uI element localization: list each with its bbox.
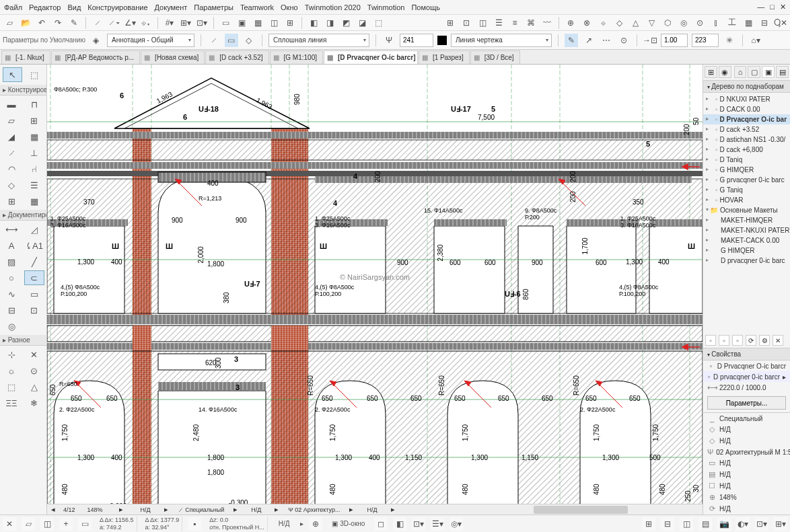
t12-icon[interactable]: ▽ [645,16,658,30]
window-close-icon[interactable]: ✕ [780,3,786,11]
pick-icon[interactable]: ✎ [67,16,81,30]
sb13-icon[interactable]: ⊟ [661,517,674,531]
menu-edit[interactable]: Редактор [29,3,61,11]
home-icon[interactable]: ⌂▾ [749,34,762,47]
star-icon[interactable]: ✳ [723,34,736,47]
linecat-dropdown[interactable]: Линия чертежа [451,34,552,47]
nav-icon-book[interactable]: ▣ [762,66,775,78]
menu-window[interactable]: Окно [281,3,298,11]
prop-row[interactable]: ◇Н/Д [703,435,790,447]
sb9-icon[interactable]: ⊡▾ [412,517,425,531]
t1-icon[interactable]: ⊞ [443,16,457,30]
drawing-tool[interactable]: ▭ [24,287,44,301]
nav-icon-pub[interactable]: ▤ [776,66,789,78]
t6-icon[interactable]: ⌘ [524,16,538,30]
tree-item[interactable]: ▫G prvacqner 0-ic barc [703,175,790,185]
tab-3d[interactable]: [3D / Все] [470,50,520,64]
prop-row[interactable]: ☐Н/Д [703,480,790,492]
act1-icon[interactable]: ▫ [705,335,716,346]
slab-tool[interactable]: ▱ [1,113,22,128]
tool-c-icon[interactable]: ◩ [339,16,353,30]
menu-design[interactable]: Конструирование [87,3,147,11]
tree-item-active[interactable]: ▫D Prvacqner O-ic bar [703,114,790,124]
nav-icon-view[interactable]: ▢ [748,66,760,78]
grid-tool[interactable]: ⊹ [1,347,22,362]
column-icon[interactable]: ⫿ [709,16,723,30]
curtain-tool[interactable]: ▦ [24,194,44,208]
act5-icon[interactable]: ⚙ [759,335,770,346]
tool-d-icon[interactable]: ◪ [355,16,369,30]
section-document[interactable]: Документиро [0,210,46,221]
tree-layout[interactable]: G HIMQER [703,245,790,256]
t20-icon[interactable]: Ⴓ✕ [774,16,787,30]
sb5-icon[interactable]: ▪ [188,517,201,531]
pen-color[interactable] [437,36,447,45]
prop-row[interactable]: ⟳Н/Д [703,503,790,515]
section-misc[interactable]: Разное [0,335,46,346]
prop-row[interactable]: ▤Н/Д [703,469,790,480]
sb15-icon[interactable]: ▤ [698,517,712,531]
tool-e-icon[interactable]: ⬚ [371,16,385,30]
nav-tab2-icon[interactable]: ◉ [719,66,731,78]
tree-item[interactable]: ▫D NKUXI PATER [703,94,790,104]
arrow-tool[interactable]: ↖ [3,67,22,82]
t11-icon[interactable]: △ [629,16,642,30]
sb14-icon[interactable]: ◫ [680,517,693,531]
guide-icon[interactable]: ⊞▾ [179,16,192,30]
tree-layout[interactable]: MAKET-HIMQER [703,215,790,225]
menu-help[interactable]: Помощь [411,3,440,11]
sb1-icon[interactable]: ▱ [22,517,35,531]
view1-icon[interactable]: ▭ [219,16,232,30]
door-tool[interactable]: ⊓ [24,97,44,112]
prop-row[interactable]: ⎯Специальный [703,413,790,424]
column-tool[interactable]: ⊥ [24,145,44,160]
object-tool[interactable]: ▦ [24,129,44,144]
marquee-tool[interactable]: ⬚ [25,67,44,82]
menu-options[interactable]: Параметры [194,3,234,11]
menu-document[interactable]: Документ [155,3,188,11]
spline-tool[interactable]: ∿ [1,287,22,301]
t9-icon[interactable]: ⟐ [596,16,610,30]
prop-row[interactable]: ◇Н/Д [703,424,790,435]
tree-item[interactable]: ▫D astichan NS1 -0.30/ [703,135,790,145]
dimension-tool[interactable]: ⟷ [1,222,22,237]
text-tool[interactable]: A [1,238,22,253]
roof-tool[interactable]: ◢ [1,129,22,144]
t3-icon[interactable]: ◫ [476,16,489,30]
beam-icon[interactable]: 工 [725,16,739,30]
nav-header[interactable]: Дерево по поднаборам [703,81,790,93]
circle-tool[interactable]: ○ [1,270,22,285]
draw1-icon[interactable]: ✎ [565,34,578,47]
layer-dropdown[interactable]: Аннотация - Общий [107,34,194,47]
menu-twinmotion2020[interactable]: Twinmotion 2020 [305,3,361,11]
nav-icon-home[interactable]: ⌂ [734,66,747,78]
change-tool[interactable]: △ [24,379,44,394]
prop-row[interactable]: ⊕148% [703,492,790,503]
label-tool[interactable]: ⤹A1 [24,238,44,253]
parameters-button[interactable]: Параметры... [707,396,786,410]
angle-icon[interactable]: ∠▾ [123,16,137,30]
arc-tool[interactable]: ⊂ [24,270,44,285]
act4-icon[interactable]: ⟳ [746,335,756,346]
tree-item[interactable]: ▫HOVAR [703,195,790,205]
chair-tool[interactable]: ⑁ [24,161,44,176]
section-design[interactable]: Конструиров... [0,85,46,96]
nav-tab1-icon[interactable]: ⊞ [705,66,717,78]
tree-item[interactable]: ▫D Taniq [703,155,790,165]
tree-layout[interactable]: MAKET-CACK 0.00 [703,235,790,245]
prop-name2[interactable]: ▫D prvacqner 0-ic barcr▸ [703,371,790,382]
fill-tool[interactable]: ▨ [1,254,22,269]
sb8-icon[interactable]: ◧ [393,517,406,531]
geom2-icon[interactable]: ▭ [225,34,238,47]
window-maximize-icon[interactable]: □ [770,3,775,11]
tab-dcack[interactable]: [D cack +3.52] [205,50,268,64]
tab-gm1100[interactable]: [G M1:100] [270,50,323,64]
snow-tool[interactable]: ❄ [24,395,44,410]
sb6-icon[interactable]: ⊕ [309,517,322,531]
arrow-icon[interactable]: →⊡ [643,34,657,47]
t8-icon[interactable]: ⊗ [580,16,594,30]
sb11-icon[interactable]: ◎▾ [450,517,463,531]
geom3-icon[interactable]: ◇ [242,34,256,47]
open-icon[interactable]: 📂 [19,16,32,30]
act6-icon[interactable]: ✕ [773,335,783,346]
